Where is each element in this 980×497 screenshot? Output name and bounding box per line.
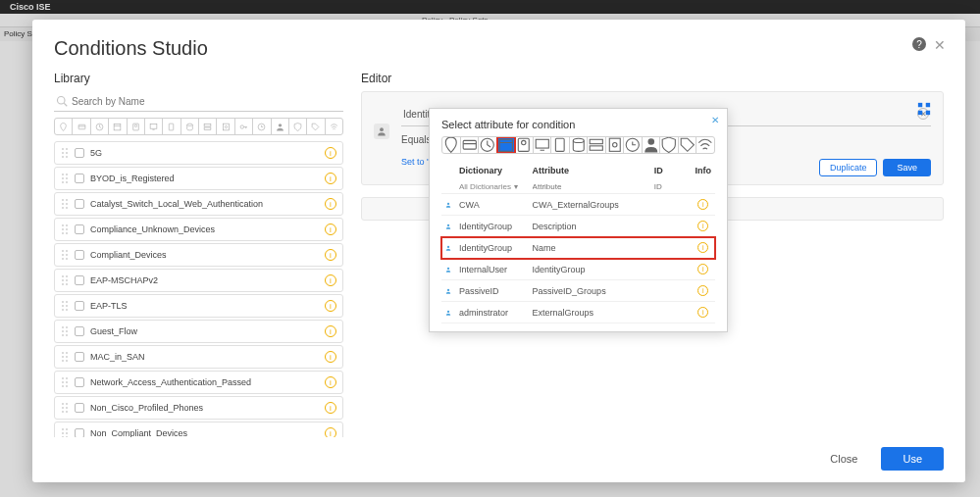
drag-handle-icon[interactable] [61, 402, 69, 414]
info-icon[interactable]: i [325, 198, 336, 210]
use-button[interactable]: Use [881, 447, 944, 471]
info-icon[interactable]: i [697, 285, 708, 296]
drag-handle-icon[interactable] [61, 224, 69, 235]
info-icon[interactable]: i [325, 173, 336, 184]
info-icon[interactable]: i [325, 325, 336, 337]
library-filter-badge-icon[interactable] [128, 119, 145, 134]
attr-filter-tag-icon[interactable] [679, 137, 697, 153]
attr-filter-database-icon[interactable] [570, 137, 589, 153]
library-filter-cert-icon[interactable] [217, 119, 234, 134]
library-filter-tag-icon[interactable] [307, 119, 325, 134]
info-icon[interactable]: i [697, 242, 708, 253]
dictionary-filter-select[interactable]: All Dictionaries [459, 182, 518, 191]
attribute-name: CWA_ExternalGroups [529, 194, 650, 216]
drag-handle-icon[interactable] [61, 249, 69, 261]
attribute-row[interactable]: adminstratorExternalGroupsi [441, 302, 715, 323]
attr-filter-shield-icon[interactable] [660, 137, 679, 153]
attr-filter-server-icon[interactable] [588, 137, 606, 153]
info-icon[interactable]: i [697, 199, 708, 210]
library-filter-key-icon[interactable] [235, 119, 253, 134]
drag-handle-icon[interactable] [61, 274, 69, 286]
library-condition-item[interactable]: EAP-TLSi [54, 294, 343, 318]
library-condition-item[interactable]: Guest_Flowi [54, 320, 343, 343]
attribute-row[interactable]: InternalUserIdentityGroupi [441, 259, 715, 280]
library-filter-person-icon[interactable] [272, 119, 289, 134]
info-icon[interactable]: i [697, 307, 708, 318]
attr-filter-device-icon[interactable] [551, 137, 570, 153]
drag-handle-icon[interactable] [61, 427, 69, 437]
svg-point-27 [66, 156, 68, 158]
duplicate-button[interactable]: Duplicate [819, 159, 878, 176]
info-icon[interactable]: i [325, 224, 336, 235]
library-condition-item[interactable]: Non_Cisco_Profiled_Phonesi [54, 396, 343, 420]
svg-point-28 [62, 174, 64, 175]
drag-handle-icon[interactable] [61, 300, 69, 312]
attr-filter-clock-icon[interactable] [479, 137, 497, 153]
attr-filter-person-icon[interactable] [643, 137, 661, 153]
attribute-row[interactable]: IdentityGroupNamei [441, 237, 715, 259]
library-filter-server-icon[interactable] [199, 119, 217, 134]
help-icon[interactable]: ? [912, 37, 926, 51]
attr-filter-location-pin-icon[interactable] [442, 137, 461, 153]
library-filter-location-pin-icon[interactable] [55, 119, 73, 134]
info-icon[interactable]: i [325, 274, 336, 286]
attr-filter-wifi-icon[interactable] [696, 137, 714, 153]
attribute-row[interactable]: IdentityGroupDescriptioni [441, 216, 715, 237]
info-icon[interactable]: i [325, 351, 336, 363]
drag-handle-icon[interactable] [61, 351, 69, 363]
library-condition-item[interactable]: Non_Compliant_Devicesi [54, 422, 343, 437]
library-condition-item[interactable]: EAP-MSCHAPv2i [54, 269, 343, 292]
close-icon[interactable]: ✕ [934, 37, 946, 53]
attr-filter-card-icon[interactable] [461, 137, 480, 153]
library-condition-item[interactable]: Compliance_Unknown_Devicesi [54, 218, 343, 241]
library-condition-item[interactable]: Compliant_Devicesi [54, 243, 343, 267]
info-icon[interactable]: i [325, 147, 336, 159]
library-filter-database-icon[interactable] [181, 119, 199, 134]
attribute-row[interactable]: CWACWA_ExternalGroupsi [441, 194, 715, 216]
search-input[interactable] [72, 96, 341, 107]
library-condition-item[interactable]: Network_Access_Authentication_Passedi [54, 371, 343, 394]
library-filter-calendar-icon[interactable] [109, 119, 127, 134]
attribute-popover-close-icon[interactable]: ✕ [711, 115, 719, 125]
info-icon[interactable]: i [325, 427, 336, 437]
drag-handle-icon[interactable] [61, 173, 69, 184]
svg-point-31 [66, 177, 68, 179]
attr-filter-monitor-icon[interactable] [534, 137, 552, 153]
attr-filter-cert-icon[interactable] [606, 137, 625, 153]
condition-type-icon [75, 403, 84, 413]
drag-handle-icon[interactable] [61, 325, 69, 337]
attribute-filter-input[interactable] [533, 182, 646, 191]
attr-filter-clock2-icon[interactable] [624, 137, 643, 153]
library-filter-clock2-icon[interactable] [253, 119, 271, 134]
library-filter-wifi-icon[interactable] [326, 119, 342, 134]
attribute-row[interactable]: PassiveIDPassiveID_Groupsi [441, 280, 715, 302]
attr-filter-calendar-icon[interactable] [497, 137, 516, 153]
condition-type-icon [75, 199, 84, 209]
library-filter-monitor-icon[interactable] [145, 119, 163, 134]
library-condition-item[interactable]: BYOD_is_Registeredi [54, 167, 343, 190]
library-condition-item[interactable]: MAC_in_SANi [54, 345, 343, 369]
id-filter-input[interactable] [654, 182, 684, 191]
drag-handle-icon[interactable] [61, 198, 69, 210]
library-filter-device-icon[interactable] [163, 119, 181, 134]
library-filter-card-icon[interactable] [73, 119, 90, 134]
save-button[interactable]: Save [883, 159, 931, 176]
svg-point-130 [447, 245, 449, 247]
svg-point-39 [66, 207, 68, 209]
grid-icon[interactable] [917, 102, 931, 116]
drag-handle-icon[interactable] [61, 376, 69, 388]
library-condition-item[interactable]: 5Gi [54, 141, 343, 165]
info-icon[interactable]: i [325, 249, 336, 261]
info-icon[interactable]: i [325, 376, 336, 388]
info-icon[interactable]: i [697, 264, 708, 274]
close-button[interactable]: Close [814, 447, 873, 471]
info-icon[interactable]: i [325, 402, 336, 414]
library-search[interactable] [54, 91, 343, 112]
drag-handle-icon[interactable] [61, 147, 69, 159]
attr-filter-badge-icon[interactable] [515, 137, 534, 153]
info-icon[interactable]: i [325, 300, 336, 312]
info-icon[interactable]: i [697, 221, 708, 231]
library-filter-shield-icon[interactable] [289, 119, 307, 134]
library-filter-clock-icon[interactable] [91, 119, 109, 134]
library-condition-item[interactable]: Catalyst_Switch_Local_Web_Authentication… [54, 192, 343, 216]
